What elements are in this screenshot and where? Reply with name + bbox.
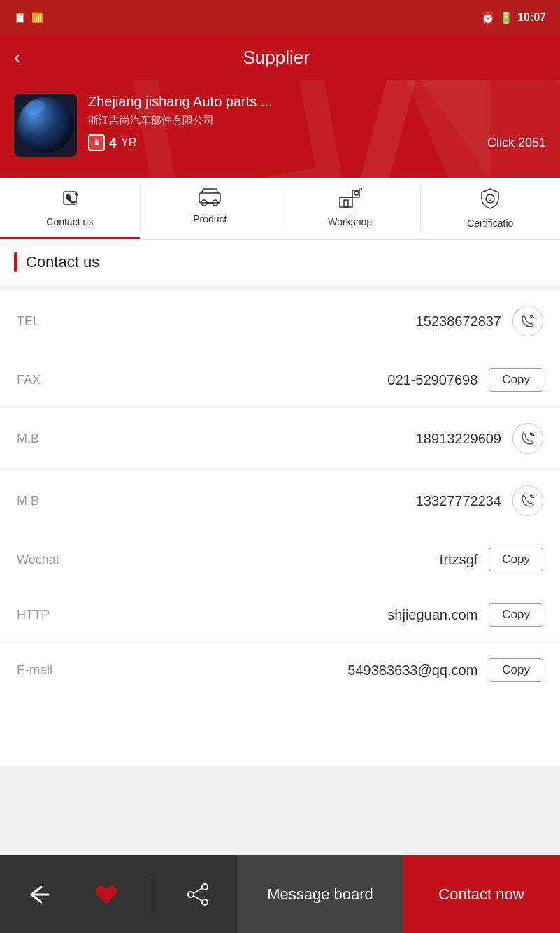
http-label: HTTP — [17, 608, 101, 622]
tab-certification[interactable]: V Certificatio — [421, 178, 561, 239]
http-copy-button[interactable]: Copy — [489, 603, 543, 627]
svg-point-7 — [354, 191, 359, 195]
svg-point-11 — [188, 892, 194, 897]
fax-value: 021-52907698 — [101, 372, 489, 388]
mb1-action[interactable] — [512, 423, 543, 454]
section-title: Contact us — [26, 253, 99, 271]
contact-row-tel: TEL 15238672837 — [0, 290, 560, 352]
time: 10:07 — [517, 11, 546, 24]
svg-point-12 — [202, 899, 208, 905]
alarm-icon: ⏰ — [481, 11, 495, 24]
tab-contact-us[interactable]: Contact us — [0, 178, 140, 239]
http-value: shjieguan.com — [101, 607, 489, 623]
mb1-call-button[interactable] — [512, 423, 543, 454]
status-left-icons: 📋 📶 — [14, 12, 43, 23]
yr-badge: ♛ 4 YR — [88, 134, 136, 151]
contact-row-fax: FAX 021-52907698 Copy — [0, 352, 560, 408]
wechat-copy-button[interactable]: Copy — [489, 548, 543, 571]
tab-product-label: Product — [193, 213, 227, 225]
svg-line-13 — [194, 888, 202, 893]
yr-number: 4 — [109, 135, 117, 151]
contact-row-email: E-mail 549383633@qq.com Copy — [0, 643, 560, 767]
header: ‹ Supplier — [0, 35, 560, 80]
tel-label: TEL — [17, 314, 101, 329]
back-button[interactable]: ‹ — [14, 46, 20, 69]
tel-action[interactable] — [512, 306, 543, 336]
yr-label: YR — [121, 136, 136, 149]
wechat-action[interactable]: Copy — [489, 548, 543, 571]
mb2-action[interactable] — [512, 485, 543, 516]
tab-workshop-label: Workshop — [328, 216, 372, 227]
wechat-label: Wechat — [17, 553, 101, 567]
svg-line-14 — [194, 896, 202, 901]
email-value: 549383633@qq.com — [101, 662, 489, 678]
mb1-value: 18913229609 — [101, 431, 512, 447]
avatar — [14, 94, 77, 157]
svg-text:V: V — [489, 197, 493, 203]
section-header: Contact us — [0, 240, 560, 285]
contact-row-mb1: M.B 18913229609 — [0, 408, 560, 470]
message-board-button[interactable]: Message board — [238, 855, 403, 933]
contact-list: TEL 15238672837 FAX 021-52907698 Copy M.… — [0, 290, 560, 767]
supplier-info: Zhejiang jishang Auto parts ... 浙江吉尚汽车部件… — [14, 94, 546, 157]
contact-us-icon — [59, 187, 80, 213]
sim-icon: 📋 — [14, 12, 26, 23]
email-action[interactable]: Copy — [489, 658, 543, 682]
supplier-name: Zhejiang jishang Auto parts ... — [88, 94, 546, 110]
email-copy-button[interactable]: Copy — [489, 658, 543, 682]
page-title: Supplier — [34, 47, 518, 69]
red-bar-decoration — [14, 252, 17, 272]
tab-contact-us-label: Contact us — [46, 216, 93, 227]
contact-row-mb2: M.B 13327772234 — [0, 470, 560, 532]
contact-row-wechat: Wechat trtzsgf Copy — [0, 532, 560, 587]
svg-point-10 — [202, 884, 208, 890]
tab-certification-label: Certificatio — [467, 218, 513, 229]
tel-value: 15238672837 — [101, 313, 512, 329]
supplier-name-cn: 浙江吉尚汽车部件有限公司 — [88, 114, 546, 127]
contact-row-http: HTTP shjieguan.com Copy — [0, 587, 560, 643]
workshop-icon — [338, 187, 362, 213]
fax-label: FAX — [17, 373, 101, 387]
supplier-banner: Zhejiang jishang Auto parts ... 浙江吉尚汽车部件… — [0, 80, 560, 178]
tab-navigation: Contact us Product — [0, 178, 560, 240]
bottom-left-actions — [0, 855, 238, 933]
contact-now-label: Contact now — [438, 885, 524, 904]
click-count: Click 2051 — [487, 136, 546, 150]
favorite-icon-button[interactable] — [85, 874, 127, 916]
http-action[interactable]: Copy — [489, 603, 543, 627]
tab-workshop[interactable]: Workshop — [280, 178, 420, 239]
mb1-label: M.B — [17, 432, 101, 446]
status-bar: 📋 📶 ⏰ 🔋 10:07 — [0, 0, 560, 35]
wechat-value: trtzsgf — [101, 552, 489, 568]
mb2-call-button[interactable] — [512, 485, 543, 516]
contact-now-button[interactable]: Contact now — [403, 855, 560, 933]
svg-rect-5 — [344, 200, 348, 207]
share-icon-button[interactable] — [177, 874, 219, 916]
bottom-divider — [152, 874, 152, 916]
supplier-details: Zhejiang jishang Auto parts ... 浙江吉尚汽车部件… — [88, 94, 546, 151]
back-icon-button[interactable] — [19, 874, 61, 916]
fax-action[interactable]: Copy — [489, 368, 543, 392]
battery-icon: 🔋 — [499, 11, 513, 24]
mb2-label: M.B — [17, 494, 101, 508]
message-board-label: Message board — [267, 885, 373, 904]
svg-rect-4 — [340, 197, 352, 207]
product-icon — [198, 187, 222, 211]
supplier-meta: ♛ 4 YR Click 2051 — [88, 134, 546, 151]
wifi-icon: 📶 — [31, 12, 43, 23]
tab-product[interactable]: Product — [141, 178, 280, 239]
status-right: ⏰ 🔋 10:07 — [481, 11, 546, 24]
email-label: E-mail — [17, 663, 101, 678]
fax-copy-button[interactable]: Copy — [489, 368, 543, 392]
certification-icon: V — [480, 187, 500, 215]
bottom-bar: Message board Contact now — [0, 855, 560, 933]
crown-icon: ♛ — [88, 134, 105, 151]
mb2-value: 13327772234 — [101, 493, 512, 509]
tel-call-button[interactable] — [512, 306, 543, 336]
